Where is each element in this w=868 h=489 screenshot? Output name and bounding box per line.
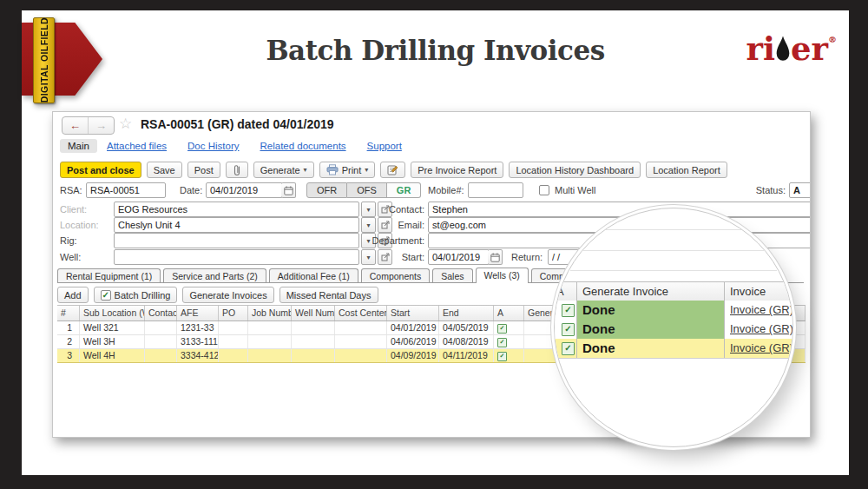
status-input[interactable] [789, 182, 811, 198]
doc-tab-link[interactable]: Doc History [187, 141, 239, 151]
start-calendar-button[interactable] [488, 249, 503, 265]
slide-background: DIGITAL OILFIELD Batch Drilling Invoices… [22, 10, 849, 475]
cell-end: 04/05/2019 [439, 321, 494, 334]
column-header[interactable]: PO [219, 306, 248, 320]
client-input[interactable] [114, 202, 359, 217]
lens-detail-line [570, 270, 777, 271]
location-history-dashboard-button[interactable]: Location History Dashboard [509, 162, 641, 178]
doc-tab-link[interactable]: Attached files [107, 141, 167, 151]
start-label: Start: [352, 252, 424, 262]
cell-start: 04/06/2019 [387, 335, 439, 348]
post-and-close-button[interactable]: Post and close [60, 162, 141, 178]
column-header[interactable]: Job Number [248, 306, 292, 320]
printer-icon [326, 164, 339, 175]
attach-button[interactable] [226, 162, 248, 178]
cell-start: 04/01/2019 [387, 321, 439, 334]
location-input[interactable] [114, 217, 359, 233]
column-header[interactable]: A [494, 306, 524, 320]
department-label: Department: [352, 235, 424, 246]
column-header[interactable]: Sub Location (Well) [80, 306, 145, 320]
multi-well-checkbox[interactable] [539, 185, 549, 195]
section-tab[interactable]: Rental Equipment (1) [57, 268, 161, 283]
print-label: Print [342, 165, 362, 175]
section-tab[interactable]: Service and Parts (2) [163, 268, 266, 283]
section-tab[interactable]: Additional Fee (1) [269, 268, 358, 283]
date-input[interactable] [206, 182, 282, 198]
cell-sub-location: Well 4H [80, 349, 145, 362]
batch-drilling-toggle[interactable]: ✓Batch Drilling [94, 287, 178, 303]
doc-tab-links: Attached filesDoc HistoryRelated documen… [107, 141, 402, 151]
lens-status-cell: Done [577, 301, 725, 320]
post-button[interactable]: Post [187, 162, 220, 178]
green-check-icon: ✓ [562, 342, 575, 355]
location-report-button[interactable]: Location Report [646, 162, 727, 178]
mobile-input[interactable] [468, 182, 523, 198]
batch-drilling-checkbox[interactable]: ✓ [101, 290, 111, 301]
ofr-button[interactable]: OFR [306, 182, 347, 198]
contact-input[interactable] [428, 202, 811, 217]
status-label: Status: [747, 185, 786, 195]
invoice-link[interactable]: Invoice (GR) RI-0... [725, 301, 793, 320]
green-check-icon: ✓ [562, 323, 575, 336]
tab-main[interactable]: Main [60, 139, 97, 153]
ofs-button[interactable]: OFS [347, 182, 387, 198]
well-input[interactable] [114, 249, 359, 265]
date-calendar-button[interactable] [281, 182, 296, 198]
magnifier-lens: A Generate Invoice Invoice ✓DoneInvoice … [554, 208, 793, 447]
cell-job-number [248, 335, 292, 348]
cell-action: ✓ [494, 321, 524, 334]
cell-contact [145, 349, 177, 362]
cell-afe: 3133-111 [177, 335, 219, 348]
lens-detail-line [570, 250, 777, 251]
invoice-link[interactable]: Invoice (GR) RI-0... [725, 339, 793, 358]
section-tab[interactable]: Components [361, 268, 431, 283]
doc-tab-link[interactable]: Related documents [260, 141, 345, 151]
start-input[interactable] [428, 249, 489, 265]
gr-button[interactable]: GR [387, 182, 422, 198]
column-header[interactable]: AFE [177, 306, 219, 320]
lens-table-row: ✓DoneInvoice (GR) RI-0... [555, 339, 793, 359]
add-button[interactable]: Add [57, 287, 89, 303]
missed-rental-days-button[interactable]: Missed Rental Days [279, 287, 378, 303]
lens-table-row: ✓DoneInvoice (GR) RI-0... [555, 301, 793, 320]
email-label: Email: [352, 220, 424, 230]
cell-well-number [292, 349, 335, 362]
grid-toolbar: Add ✓Batch Drilling Generate Invoices Mi… [57, 287, 378, 303]
cell-num: 3 [57, 349, 80, 362]
logo-text-right: er [791, 30, 828, 68]
pre-invoice-report-button[interactable]: Pre Invoice Report [411, 162, 503, 178]
rsa-input[interactable] [86, 182, 166, 198]
client-label: Client: [60, 204, 87, 215]
doc-tab-link[interactable]: Support [367, 141, 402, 151]
date-label: Date: [180, 185, 202, 195]
forward-button[interactable]: → [89, 117, 114, 134]
column-header[interactable]: Cost Center [335, 306, 387, 320]
forward-arrow-icon: → [95, 119, 107, 132]
column-header[interactable]: End [439, 306, 494, 320]
registered-mark: ® [828, 35, 837, 44]
cell-job-number [248, 321, 292, 334]
cell-job-number [248, 349, 292, 362]
cell-num: 1 [57, 321, 80, 334]
print-dropdown[interactable]: Print▾ [319, 162, 376, 178]
generate-invoices-button[interactable]: Generate Invoices [182, 287, 273, 303]
calendar-icon [490, 253, 500, 262]
edit-note-button[interactable] [380, 162, 405, 178]
column-header[interactable]: Contact [145, 306, 177, 320]
section-tab[interactable]: Wells (3) [476, 268, 529, 283]
column-header[interactable]: Start [387, 306, 439, 320]
cell-contact [145, 335, 177, 348]
column-header[interactable]: # [57, 306, 80, 320]
rig-input[interactable] [114, 233, 359, 248]
invoice-link[interactable]: Invoice (GR) RI-0... [725, 320, 793, 339]
column-header[interactable]: Well Number [292, 306, 335, 320]
location-label: Location: [60, 220, 99, 230]
favorite-star-icon[interactable]: ☆ [119, 115, 132, 133]
save-button[interactable]: Save [147, 162, 182, 178]
section-tab[interactable]: Sales [432, 268, 472, 283]
generate-dropdown[interactable]: Generate▾ [253, 162, 314, 178]
mobile-label: Mobile#: [428, 185, 464, 195]
lens-header-row: A Generate Invoice Invoice [555, 281, 793, 302]
lens-cell-action: ✓ [555, 320, 577, 339]
back-button[interactable]: ← [62, 117, 89, 134]
